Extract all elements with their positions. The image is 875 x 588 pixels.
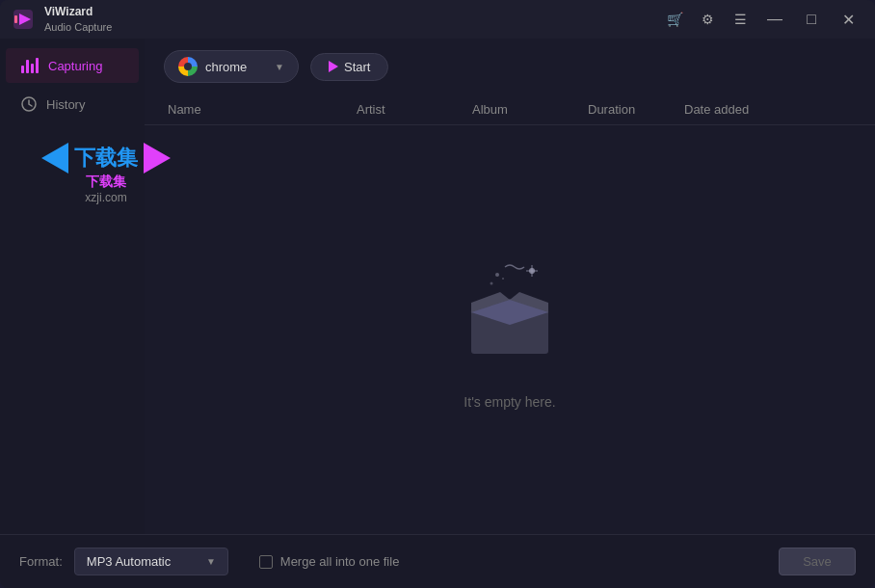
history-icon xyxy=(21,96,37,112)
empty-message: It's empty here. xyxy=(464,394,555,410)
col-album: Album xyxy=(472,102,588,117)
table-header: Name Artist Album Duration Date added xyxy=(145,94,875,125)
close-button[interactable]: ✕ xyxy=(833,6,863,33)
toolbar: chrome ▼ Start xyxy=(145,39,875,94)
footer: Format: MP3 Automatic ▼ Merge all into o… xyxy=(0,534,875,588)
titlebar-right: 🛒 ⚙ ☰ — □ ✕ xyxy=(661,6,863,33)
minimize-button[interactable]: — xyxy=(759,6,790,33)
sidebar-item-capturing[interactable]: Capturing xyxy=(6,48,139,83)
capturing-icon xyxy=(21,58,39,73)
play-icon xyxy=(329,61,338,72)
svg-point-8 xyxy=(491,282,493,285)
app-icon xyxy=(12,8,35,31)
col-duration: Duration xyxy=(588,102,684,117)
svg-point-9 xyxy=(502,278,504,280)
col-artist: Artist xyxy=(357,102,472,117)
titlebar: ViWizard Audio Capture 🛒 ⚙ ☰ — □ ✕ xyxy=(0,0,875,39)
sidebar: Capturing History xyxy=(0,39,145,534)
sidebar-item-history[interactable]: History xyxy=(6,87,139,121)
col-date-added: Date added xyxy=(684,102,856,117)
empty-illustration xyxy=(447,250,572,375)
browser-dropdown-arrow: ▼ xyxy=(275,62,284,72)
titlebar-left: ViWizard Audio Capture xyxy=(12,5,112,34)
format-dropdown-arrow: ▼ xyxy=(206,556,216,567)
svg-rect-2 xyxy=(14,15,17,23)
cart-icon[interactable]: 🛒 xyxy=(661,6,688,33)
chrome-icon xyxy=(178,57,198,76)
start-label: Start xyxy=(344,60,370,74)
menu-icon[interactable]: ☰ xyxy=(727,6,754,33)
maximize-button[interactable]: □ xyxy=(796,6,827,33)
sidebar-item-label-capturing: Capturing xyxy=(48,59,102,73)
main-layout: Capturing History chrome ▼ xyxy=(0,39,875,534)
format-label: Format: xyxy=(19,554,63,569)
app-title: ViWizard Audio Capture xyxy=(44,5,112,34)
sidebar-item-label-history: History xyxy=(46,97,85,112)
format-dropdown[interactable]: MP3 Automatic ▼ xyxy=(74,548,228,575)
settings-icon[interactable]: ⚙ xyxy=(694,6,721,33)
content-area: chrome ▼ Start Name Artist Album Duratio… xyxy=(145,39,875,534)
col-name: Name xyxy=(164,102,357,117)
empty-state: It's empty here. xyxy=(145,125,875,534)
format-value: MP3 Automatic xyxy=(87,554,199,569)
merge-checkbox[interactable] xyxy=(259,555,273,569)
svg-point-7 xyxy=(495,273,499,277)
save-button[interactable]: Save xyxy=(779,548,856,575)
merge-option: Merge all into one file xyxy=(259,554,400,569)
browser-dropdown[interactable]: chrome ▼ xyxy=(164,50,299,83)
start-button[interactable]: Start xyxy=(310,53,388,81)
app-window: ViWizard Audio Capture 🛒 ⚙ ☰ — □ ✕ xyxy=(0,0,875,588)
merge-label: Merge all into one file xyxy=(280,554,400,569)
browser-label: chrome xyxy=(205,60,267,74)
